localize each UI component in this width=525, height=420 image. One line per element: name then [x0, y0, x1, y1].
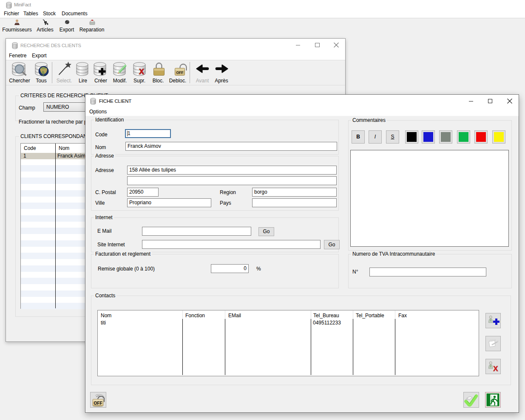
svg-text:OFF: OFF: [176, 70, 184, 75]
svg-text:X: X: [139, 68, 144, 76]
svg-text:X: X: [493, 365, 498, 373]
svg-text:OFF: OFF: [94, 401, 102, 406]
